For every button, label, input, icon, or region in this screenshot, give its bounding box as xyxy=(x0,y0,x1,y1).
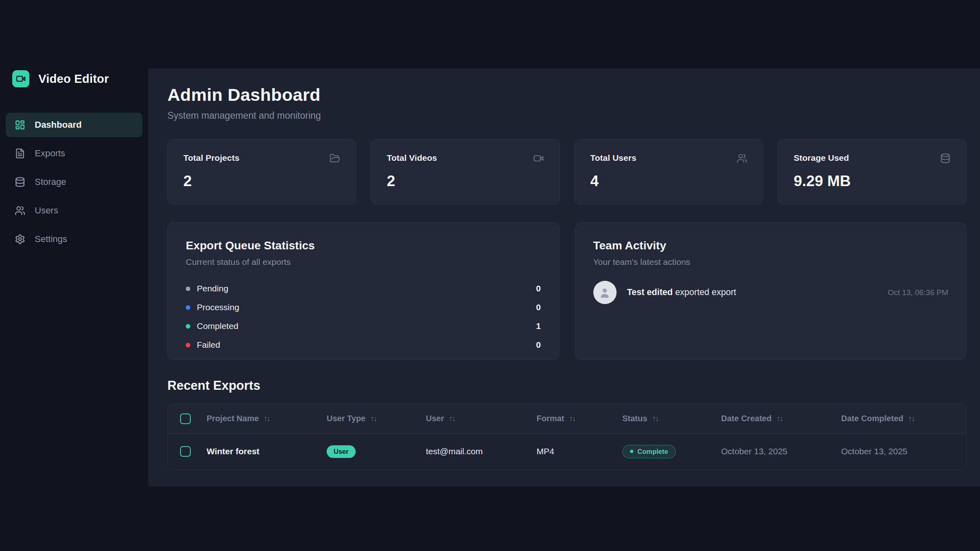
cell-project-name: Winter forest xyxy=(207,433,327,469)
column-header-date-created[interactable]: Date Created↑↓ xyxy=(721,404,841,433)
users-icon xyxy=(15,205,25,216)
sidebar-item-users[interactable]: Users xyxy=(6,198,143,223)
completed-dot xyxy=(186,324,190,329)
app-title: Video Editor xyxy=(38,72,109,86)
file-icon xyxy=(15,148,25,159)
column-label: User xyxy=(426,414,444,423)
stat-label: Total Videos xyxy=(387,153,437,163)
app-logo xyxy=(12,70,29,87)
column-header-status[interactable]: Status↑↓ xyxy=(622,404,721,433)
queue-value: 1 xyxy=(536,321,541,331)
queue-label: Pending xyxy=(197,284,228,293)
activity-detail: exported export xyxy=(675,287,736,297)
stat-value: 4 xyxy=(590,173,747,190)
page-title: Admin Dashboard xyxy=(167,85,967,105)
panel-subtitle: Current status of all exports xyxy=(186,257,541,267)
user-type-badge: User xyxy=(327,445,356,458)
video-camera-icon xyxy=(533,153,544,165)
sidebar-item-storage[interactable]: Storage xyxy=(6,170,143,194)
gear-icon xyxy=(15,234,25,244)
person-icon xyxy=(599,287,611,299)
sort-icon: ↑↓ xyxy=(569,414,575,423)
sidebar-item-settings[interactable]: Settings xyxy=(6,227,143,251)
queue-row-completed: Completed 1 xyxy=(186,317,541,335)
column-label: Status xyxy=(622,414,647,423)
sidebar-item-label: Dashboard xyxy=(35,120,82,130)
panel-subtitle: Your team's latest actions xyxy=(593,257,949,267)
queue-value: 0 xyxy=(536,302,541,312)
sort-icon: ↑↓ xyxy=(449,414,455,423)
column-label: Format xyxy=(537,414,564,423)
cell-user-type: User xyxy=(327,433,426,469)
sidebar-item-dashboard[interactable]: Dashboard xyxy=(6,113,143,137)
queue-row-processing: Processing 0 xyxy=(186,298,541,317)
avatar xyxy=(593,281,617,304)
page-subtitle: System management and monitoring xyxy=(167,110,967,121)
queue-label: Completed xyxy=(197,321,238,331)
activity-action: Test edited xyxy=(627,287,673,297)
column-header-date-completed[interactable]: Date Completed↑↓ xyxy=(841,404,966,433)
sort-icon: ↑↓ xyxy=(908,414,914,423)
activity-item: Test edited exported export Oct 13, 06:3… xyxy=(593,281,949,304)
stat-card-total-videos: Total Videos 2 xyxy=(371,139,559,204)
recent-exports-title: Recent Exports xyxy=(167,378,967,393)
stat-label: Total Users xyxy=(590,153,637,163)
sidebar-item-label: Users xyxy=(35,205,58,216)
queue-row-failed: Failed 0 xyxy=(186,335,541,354)
sidebar-item-label: Exports xyxy=(35,148,65,159)
pending-dot xyxy=(186,287,190,291)
table-row[interactable]: Winter forest User test@mail.com MP4 Com… xyxy=(168,433,966,469)
processing-dot xyxy=(186,305,190,310)
stat-card-total-users: Total Users 4 xyxy=(575,139,763,204)
sidebar-item-label: Settings xyxy=(35,234,67,244)
cell-format: MP4 xyxy=(537,433,622,469)
cell-date-completed: October 13, 2025 xyxy=(841,433,966,469)
export-queue-panel: Export Queue Statistics Current status o… xyxy=(167,222,559,360)
sort-icon: ↑↓ xyxy=(652,414,658,423)
panels-row: Export Queue Statistics Current status o… xyxy=(167,222,967,360)
cell-date-created: October 13, 2025 xyxy=(721,433,841,469)
cell-user: test@mail.com xyxy=(426,433,537,469)
queue-label: Processing xyxy=(197,302,239,312)
failed-dot xyxy=(186,343,190,347)
column-label: User Type xyxy=(327,414,365,423)
column-label: Date Completed xyxy=(841,414,903,423)
column-header-user[interactable]: User↑↓ xyxy=(426,404,537,433)
app-brand: Video Editor xyxy=(6,70,143,87)
row-select-cell xyxy=(168,433,207,469)
main-content: Admin Dashboard System management and mo… xyxy=(148,69,980,487)
sort-icon: ↑↓ xyxy=(264,414,270,423)
panel-title: Team Activity xyxy=(593,239,949,252)
sidebar-item-exports[interactable]: Exports xyxy=(6,141,143,166)
database-icon xyxy=(15,177,25,187)
sidebar-item-label: Storage xyxy=(35,177,66,187)
select-all-cell xyxy=(168,404,207,433)
sort-icon: ↑↓ xyxy=(370,414,376,423)
queue-value: 0 xyxy=(536,284,541,293)
panel-title: Export Queue Statistics xyxy=(186,239,541,252)
column-header-format[interactable]: Format↑↓ xyxy=(537,404,622,433)
column-header-user-type[interactable]: User Type↑↓ xyxy=(327,404,426,433)
queue-list: Pending 0 Processing 0 Completed xyxy=(186,279,541,354)
video-camera-icon xyxy=(16,74,26,84)
queue-value: 0 xyxy=(536,340,541,350)
dashboard-icon xyxy=(15,120,25,130)
recent-exports-table: Project Name↑↓ User Type↑↓ User↑↓ Format… xyxy=(167,404,967,470)
stat-card-storage-used: Storage Used 9.29 MB xyxy=(778,139,967,204)
column-label: Project Name xyxy=(207,414,259,423)
column-header-project-name[interactable]: Project Name↑↓ xyxy=(207,404,327,433)
database-icon xyxy=(940,153,951,165)
activity-timestamp: Oct 13, 06:36 PM xyxy=(888,288,948,297)
stat-card-total-projects: Total Projects 2 xyxy=(167,139,356,204)
status-label: Complete xyxy=(637,448,668,455)
users-icon xyxy=(737,153,747,165)
cell-status: Complete xyxy=(622,433,721,469)
queue-label: Failed xyxy=(197,340,220,350)
column-label: Date Created xyxy=(721,414,771,423)
select-all-checkbox[interactable] xyxy=(180,413,191,424)
stat-value: 2 xyxy=(387,173,543,190)
row-checkbox[interactable] xyxy=(180,446,191,457)
status-badge: Complete xyxy=(622,445,676,458)
stat-label: Total Projects xyxy=(183,153,239,163)
sort-icon: ↑↓ xyxy=(776,414,782,423)
